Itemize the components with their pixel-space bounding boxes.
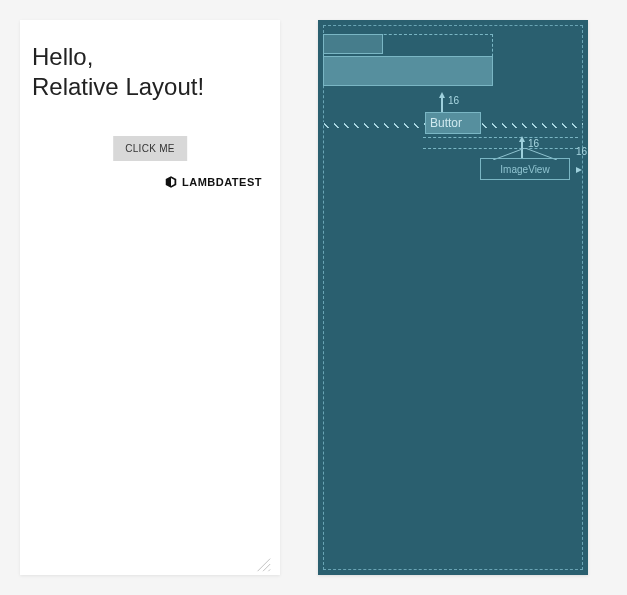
constraint-spring-right	[481, 118, 583, 128]
blueprint-title-line1[interactable]	[323, 34, 383, 54]
blueprint-imageview-label: ImageView	[500, 164, 549, 175]
svg-line-1	[263, 564, 270, 571]
brand-icon	[164, 175, 178, 189]
resize-handle-icon	[254, 555, 272, 573]
brand-logo: LAMBDATEST	[164, 175, 262, 189]
preview-panel: Hello, Relative Layout! CLICK ME LAMBDAT…	[20, 20, 280, 575]
blueprint-button-label: Buttor	[430, 116, 462, 130]
blueprint-button[interactable]: Buttor	[425, 112, 481, 134]
svg-line-2	[268, 569, 270, 571]
blueprint-imageview[interactable]: ImageView	[480, 158, 570, 180]
arrow-right-icon	[576, 167, 582, 173]
title-line1: Hello,	[32, 43, 93, 70]
brand-text: LAMBDATEST	[182, 176, 262, 188]
blueprint-margin-border	[323, 25, 583, 570]
click-me-button[interactable]: CLICK ME	[113, 136, 187, 161]
blueprint-title-line2[interactable]	[323, 56, 493, 86]
constraint-line	[441, 98, 443, 112]
svg-line-0	[258, 559, 271, 572]
blueprint-panel: 16 Buttor 16 16 ImageView	[318, 20, 588, 575]
margin-value-button-top: 16	[448, 95, 459, 106]
constraint-spring-left	[323, 118, 425, 128]
title-line2: Relative Layout!	[32, 73, 204, 100]
title-text: Hello, Relative Layout!	[32, 42, 268, 102]
margin-value-image-end: 16	[576, 146, 587, 157]
